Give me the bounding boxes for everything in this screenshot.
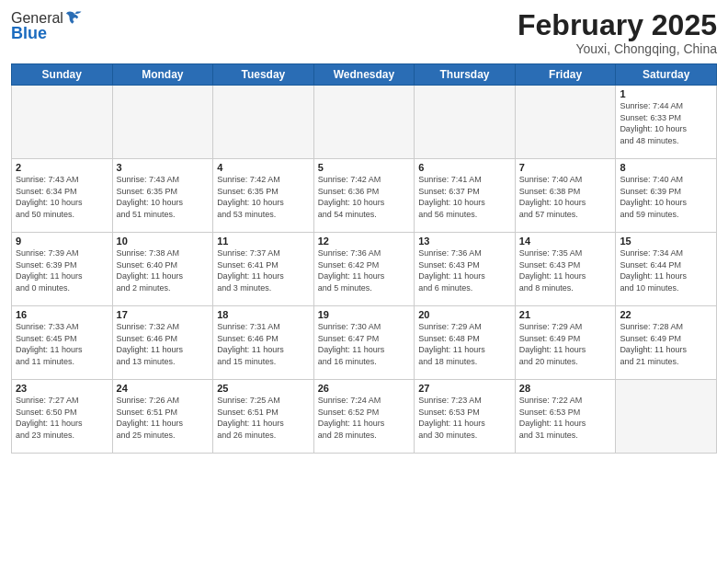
weekday-header: Sunday	[12, 64, 113, 86]
weekday-header: Wednesday	[313, 64, 415, 86]
week-row: 16Sunrise: 7:33 AM Sunset: 6:45 PM Dayli…	[12, 306, 717, 380]
day-info: Sunrise: 7:23 AM Sunset: 6:53 PM Dayligh…	[418, 395, 511, 441]
weekday-row: SundayMondayTuesdayWednesdayThursdayFrid…	[12, 64, 717, 86]
calendar-cell: 28Sunrise: 7:22 AM Sunset: 6:53 PM Dayli…	[515, 380, 616, 454]
day-number: 27	[418, 383, 511, 394]
day-number: 21	[519, 309, 612, 320]
day-info: Sunrise: 7:36 AM Sunset: 6:42 PM Dayligh…	[318, 247, 411, 293]
calendar-cell: 19Sunrise: 7:30 AM Sunset: 6:47 PM Dayli…	[313, 306, 415, 380]
logo-bird-icon	[65, 9, 84, 28]
calendar-title: February 2025	[518, 9, 717, 41]
day-info: Sunrise: 7:36 AM Sunset: 6:43 PM Dayligh…	[418, 247, 511, 293]
calendar-cell: 20Sunrise: 7:29 AM Sunset: 6:48 PM Dayli…	[415, 306, 516, 380]
calendar-cell	[112, 86, 213, 159]
calendar-cell	[213, 86, 314, 159]
day-number: 20	[418, 309, 511, 320]
calendar-cell: 22Sunrise: 7:28 AM Sunset: 6:49 PM Dayli…	[616, 306, 717, 380]
calendar-cell: 9Sunrise: 7:39 AM Sunset: 6:39 PM Daylig…	[12, 233, 113, 306]
day-info: Sunrise: 7:43 AM Sunset: 6:35 PM Dayligh…	[117, 174, 210, 220]
day-info: Sunrise: 7:42 AM Sunset: 6:36 PM Dayligh…	[318, 174, 411, 220]
day-info: Sunrise: 7:39 AM Sunset: 6:39 PM Dayligh…	[16, 247, 108, 293]
day-number: 9	[16, 236, 108, 247]
day-number: 19	[318, 309, 411, 320]
header: General Blue February 2025 Youxi, Chongq…	[11, 9, 717, 56]
weekday-header: Friday	[515, 64, 616, 86]
day-info: Sunrise: 7:24 AM Sunset: 6:52 PM Dayligh…	[318, 395, 411, 441]
day-info: Sunrise: 7:26 AM Sunset: 6:51 PM Dayligh…	[117, 395, 210, 441]
calendar-cell: 25Sunrise: 7:25 AM Sunset: 6:51 PM Dayli…	[213, 380, 314, 454]
day-number: 4	[217, 162, 310, 173]
day-info: Sunrise: 7:29 AM Sunset: 6:48 PM Dayligh…	[418, 321, 511, 367]
day-number: 25	[217, 383, 310, 394]
day-number: 26	[318, 383, 411, 394]
day-info: Sunrise: 7:22 AM Sunset: 6:53 PM Dayligh…	[519, 395, 612, 441]
calendar-cell: 27Sunrise: 7:23 AM Sunset: 6:53 PM Dayli…	[415, 380, 516, 454]
day-number: 14	[519, 236, 612, 247]
calendar-cell: 18Sunrise: 7:31 AM Sunset: 6:46 PM Dayli…	[213, 306, 314, 380]
weekday-header: Saturday	[616, 64, 717, 86]
day-info: Sunrise: 7:33 AM Sunset: 6:45 PM Dayligh…	[16, 321, 108, 367]
day-number: 16	[16, 309, 108, 320]
day-number: 8	[620, 162, 712, 173]
title-block: February 2025 Youxi, Chongqing, China	[518, 9, 717, 56]
day-info: Sunrise: 7:25 AM Sunset: 6:51 PM Dayligh…	[217, 395, 310, 441]
calendar-cell: 6Sunrise: 7:41 AM Sunset: 6:37 PM Daylig…	[415, 159, 516, 233]
day-info: Sunrise: 7:40 AM Sunset: 6:39 PM Dayligh…	[620, 174, 712, 220]
day-number: 11	[217, 236, 310, 247]
day-info: Sunrise: 7:41 AM Sunset: 6:37 PM Dayligh…	[418, 174, 511, 220]
calendar-body: 1Sunrise: 7:44 AM Sunset: 6:33 PM Daylig…	[12, 86, 717, 454]
day-number: 5	[318, 162, 411, 173]
day-number: 12	[318, 236, 411, 247]
calendar-cell: 11Sunrise: 7:37 AM Sunset: 6:41 PM Dayli…	[213, 233, 314, 306]
calendar-cell: 26Sunrise: 7:24 AM Sunset: 6:52 PM Dayli…	[313, 380, 415, 454]
calendar-cell: 5Sunrise: 7:42 AM Sunset: 6:36 PM Daylig…	[313, 159, 415, 233]
calendar-cell	[313, 86, 415, 159]
day-info: Sunrise: 7:40 AM Sunset: 6:38 PM Dayligh…	[519, 174, 612, 220]
day-number: 6	[418, 162, 511, 173]
calendar-cell	[415, 86, 516, 159]
day-number: 10	[117, 236, 210, 247]
day-info: Sunrise: 7:35 AM Sunset: 6:43 PM Dayligh…	[519, 247, 612, 293]
calendar-cell: 23Sunrise: 7:27 AM Sunset: 6:50 PM Dayli…	[12, 380, 113, 454]
week-row: 1Sunrise: 7:44 AM Sunset: 6:33 PM Daylig…	[12, 86, 717, 159]
calendar-cell: 12Sunrise: 7:36 AM Sunset: 6:42 PM Dayli…	[313, 233, 415, 306]
day-number: 17	[117, 309, 210, 320]
calendar-cell: 4Sunrise: 7:42 AM Sunset: 6:35 PM Daylig…	[213, 159, 314, 233]
day-number: 22	[620, 309, 712, 320]
day-info: Sunrise: 7:28 AM Sunset: 6:49 PM Dayligh…	[620, 321, 712, 367]
weekday-header: Monday	[112, 64, 213, 86]
day-info: Sunrise: 7:44 AM Sunset: 6:33 PM Dayligh…	[620, 100, 712, 146]
calendar-cell: 7Sunrise: 7:40 AM Sunset: 6:38 PM Daylig…	[515, 159, 616, 233]
calendar-subtitle: Youxi, Chongqing, China	[518, 41, 717, 56]
calendar-cell: 10Sunrise: 7:38 AM Sunset: 6:40 PM Dayli…	[112, 233, 213, 306]
day-number: 2	[16, 162, 108, 173]
calendar-header: SundayMondayTuesdayWednesdayThursdayFrid…	[12, 64, 717, 86]
week-row: 23Sunrise: 7:27 AM Sunset: 6:50 PM Dayli…	[12, 380, 717, 454]
calendar-cell: 17Sunrise: 7:32 AM Sunset: 6:46 PM Dayli…	[112, 306, 213, 380]
week-row: 9Sunrise: 7:39 AM Sunset: 6:39 PM Daylig…	[12, 233, 717, 306]
calendar-cell: 8Sunrise: 7:40 AM Sunset: 6:39 PM Daylig…	[616, 159, 717, 233]
day-number: 3	[117, 162, 210, 173]
day-number: 1	[620, 88, 712, 99]
day-info: Sunrise: 7:42 AM Sunset: 6:35 PM Dayligh…	[217, 174, 310, 220]
week-row: 2Sunrise: 7:43 AM Sunset: 6:34 PM Daylig…	[12, 159, 717, 233]
calendar-cell: 13Sunrise: 7:36 AM Sunset: 6:43 PM Dayli…	[415, 233, 516, 306]
page: General Blue February 2025 Youxi, Chongq…	[0, 0, 728, 563]
calendar-cell: 14Sunrise: 7:35 AM Sunset: 6:43 PM Dayli…	[515, 233, 616, 306]
weekday-header: Thursday	[415, 64, 516, 86]
day-number: 15	[620, 236, 712, 247]
calendar-cell: 1Sunrise: 7:44 AM Sunset: 6:33 PM Daylig…	[616, 86, 717, 159]
day-info: Sunrise: 7:37 AM Sunset: 6:41 PM Dayligh…	[217, 247, 310, 293]
day-number: 24	[117, 383, 210, 394]
day-info: Sunrise: 7:31 AM Sunset: 6:46 PM Dayligh…	[217, 321, 310, 367]
day-number: 13	[418, 236, 511, 247]
day-number: 18	[217, 309, 310, 320]
calendar-cell	[12, 86, 113, 159]
day-info: Sunrise: 7:43 AM Sunset: 6:34 PM Dayligh…	[16, 174, 108, 220]
calendar-table: SundayMondayTuesdayWednesdayThursdayFrid…	[11, 63, 717, 454]
day-info: Sunrise: 7:29 AM Sunset: 6:49 PM Dayligh…	[519, 321, 612, 367]
day-number: 23	[16, 383, 108, 394]
calendar-cell: 24Sunrise: 7:26 AM Sunset: 6:51 PM Dayli…	[112, 380, 213, 454]
calendar-cell: 16Sunrise: 7:33 AM Sunset: 6:45 PM Dayli…	[12, 306, 113, 380]
calendar-cell	[515, 86, 616, 159]
